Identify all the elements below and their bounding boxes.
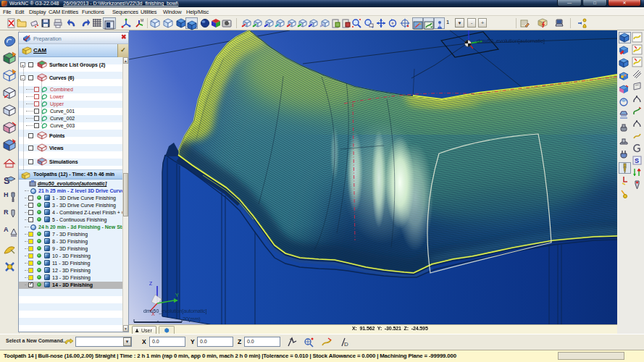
svg-text:R: R <box>4 209 9 216</box>
svg-text:A: A <box>4 226 9 233</box>
svg-text:D: D <box>344 341 348 348</box>
svg-text:Z: Z <box>149 281 153 286</box>
svg-text:S: S <box>4 175 10 186</box>
svg-text:Y: Y <box>175 292 179 298</box>
svg-text:M: M <box>141 18 143 22</box>
svg-text:dmu50_evolution[automatic]: dmu50_evolution[automatic] <box>477 38 545 44</box>
svg-text:H: H <box>4 191 9 198</box>
svg-text:20(mm): 20(mm) <box>183 316 201 322</box>
svg-text:dmu50_evolution[automatic]: dmu50_evolution[automatic] <box>143 308 207 314</box>
svg-text:S: S <box>635 157 639 164</box>
